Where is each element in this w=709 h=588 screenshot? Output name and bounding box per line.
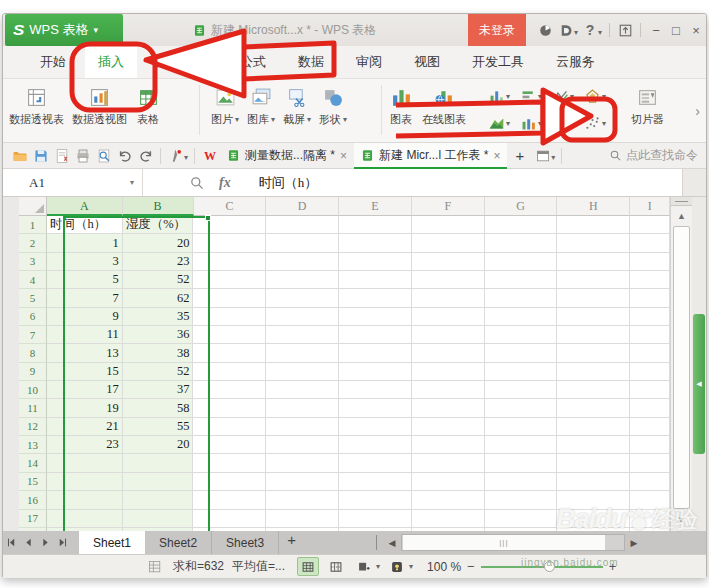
- select-all-corner[interactable]: [19, 197, 47, 216]
- 数据透视图-button[interactable]: 数据透视图: [68, 82, 131, 129]
- cell[interactable]: [193, 344, 266, 362]
- line-chart-button[interactable]: ▾: [547, 84, 579, 108]
- 图库-button[interactable]: 图库▾: [243, 82, 279, 129]
- cell[interactable]: [630, 344, 670, 362]
- cell[interactable]: [412, 473, 485, 491]
- cell[interactable]: [339, 234, 412, 252]
- document-tab[interactable]: 测量数据...隔离 *×: [220, 143, 354, 169]
- cell[interactable]: [630, 363, 670, 381]
- formula-bar-split-handle[interactable]: [682, 169, 706, 196]
- cell[interactable]: [266, 216, 339, 234]
- cell[interactable]: [339, 454, 412, 472]
- row-header-11[interactable]: 11: [19, 399, 47, 417]
- row-header-15[interactable]: 15: [19, 473, 47, 491]
- print-preview-button[interactable]: [93, 146, 114, 166]
- cell[interactable]: [630, 271, 670, 289]
- sheet-tab-Sheet1[interactable]: Sheet1: [79, 531, 145, 554]
- cell[interactable]: 湿度（%）: [123, 216, 194, 234]
- tab-审阅[interactable]: 审阅: [343, 46, 395, 78]
- open-file-button[interactable]: [9, 146, 30, 166]
- tab-数据[interactable]: 数据: [285, 46, 337, 78]
- cell[interactable]: 7: [47, 289, 123, 307]
- cell[interactable]: [557, 253, 630, 271]
- cell[interactable]: [412, 399, 485, 417]
- cell[interactable]: [412, 326, 485, 344]
- cell[interactable]: [123, 528, 194, 531]
- cell[interactable]: [557, 491, 630, 509]
- collapse-ribbon-icon[interactable]: [615, 21, 635, 39]
- cell[interactable]: 19: [47, 399, 123, 417]
- cell[interactable]: [339, 510, 412, 528]
- cell[interactable]: [193, 491, 266, 509]
- cell[interactable]: [266, 253, 339, 271]
- cell[interactable]: [412, 289, 485, 307]
- column-header-F[interactable]: F: [412, 197, 485, 216]
- column-header-G[interactable]: G: [485, 197, 558, 216]
- cell[interactable]: [412, 271, 485, 289]
- cell[interactable]: [47, 491, 123, 509]
- insert-function-button[interactable]: fx: [219, 175, 231, 191]
- cell[interactable]: [193, 454, 266, 472]
- cell[interactable]: [485, 491, 558, 509]
- theme-icon[interactable]: [536, 21, 556, 39]
- cell[interactable]: [266, 491, 339, 509]
- new-document-tab-button[interactable]: +: [507, 147, 532, 164]
- cell[interactable]: 3: [47, 253, 123, 271]
- cell[interactable]: [630, 399, 670, 417]
- cell[interactable]: [630, 216, 670, 234]
- docer-icon[interactable]: [556, 21, 576, 39]
- first-sheet-button[interactable]: [3, 531, 20, 554]
- cell[interactable]: [339, 326, 412, 344]
- cell[interactable]: [266, 418, 339, 436]
- cell[interactable]: 1: [47, 234, 123, 252]
- cell[interactable]: [412, 510, 485, 528]
- cell[interactable]: [193, 418, 266, 436]
- tab-公式[interactable]: 公式: [227, 46, 279, 78]
- cell[interactable]: [266, 510, 339, 528]
- cell[interactable]: [412, 491, 485, 509]
- cell[interactable]: [339, 381, 412, 399]
- cell[interactable]: [485, 253, 558, 271]
- print-button[interactable]: [72, 146, 93, 166]
- row-header-12[interactable]: 12: [19, 418, 47, 436]
- area-chart-button[interactable]: ▾: [483, 111, 515, 135]
- cell[interactable]: [47, 454, 123, 472]
- cell[interactable]: [485, 326, 558, 344]
- page-layout-view-button[interactable]: [353, 557, 375, 576]
- command-search[interactable]: 点此查找命令: [609, 147, 706, 164]
- row-header-9[interactable]: 9: [19, 363, 47, 381]
- scroll-up-icon[interactable]: ▲: [671, 208, 692, 224]
- cell[interactable]: [630, 436, 670, 454]
- cell[interactable]: [266, 234, 339, 252]
- cell[interactable]: [266, 381, 339, 399]
- cell[interactable]: [557, 510, 630, 528]
- cell[interactable]: [193, 216, 266, 234]
- cell[interactable]: [123, 491, 194, 509]
- cell[interactable]: [485, 528, 558, 531]
- cell[interactable]: [485, 289, 558, 307]
- cell[interactable]: [266, 399, 339, 417]
- tab-开始[interactable]: 开始: [27, 46, 79, 78]
- cell[interactable]: 23: [47, 436, 123, 454]
- cell[interactable]: [339, 418, 412, 436]
- cell[interactable]: [266, 436, 339, 454]
- cell[interactable]: 58: [123, 399, 194, 417]
- cell[interactable]: 52: [123, 363, 194, 381]
- cell[interactable]: [339, 363, 412, 381]
- ribbon-more-button[interactable]: ›: [695, 103, 700, 119]
- column-header-C[interactable]: C: [194, 197, 267, 216]
- cell[interactable]: [412, 436, 485, 454]
- cell[interactable]: 23: [123, 253, 194, 271]
- column-header-H[interactable]: H: [557, 197, 630, 216]
- cell[interactable]: [339, 473, 412, 491]
- cell[interactable]: [412, 418, 485, 436]
- cell[interactable]: [193, 253, 266, 271]
- cell[interactable]: 20: [123, 234, 194, 252]
- scroll-right-icon[interactable]: ▶: [625, 531, 643, 554]
- combo-chart-button[interactable]: ▾: [515, 111, 547, 135]
- cell[interactable]: [630, 253, 670, 271]
- vertical-scrollbar[interactable]: ▲ ▼: [670, 197, 692, 531]
- next-sheet-button[interactable]: [37, 531, 54, 554]
- cell[interactable]: [557, 363, 630, 381]
- cell[interactable]: [485, 436, 558, 454]
